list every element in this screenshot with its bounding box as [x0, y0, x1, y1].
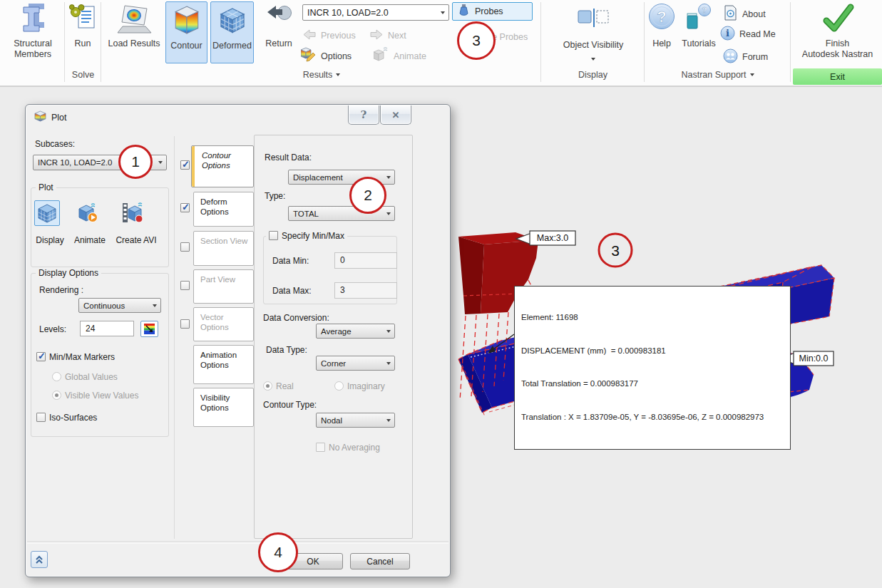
- load-results-icon: [104, 1, 164, 38]
- imaginary-radio[interactable]: [334, 381, 344, 391]
- max-marker-label: Max:3.0: [537, 233, 569, 243]
- dialog-close-button[interactable]: ✕: [380, 105, 411, 125]
- subcases-label: Subcases:: [35, 139, 75, 149]
- levels-input[interactable]: [80, 321, 134, 336]
- cancel-button[interactable]: Cancel: [350, 553, 410, 569]
- levels-label: Levels:: [39, 324, 66, 334]
- contour-type-dropdown[interactable]: Nodal: [316, 413, 395, 428]
- tab-part-view[interactable]: Part View: [193, 269, 254, 304]
- help-button[interactable]: ? Help: [646, 1, 677, 49]
- section-view-checkbox[interactable]: [180, 242, 190, 252]
- ribbon-separator: [64, 2, 65, 82]
- data-type-label: Data Type:: [266, 345, 307, 355]
- plot-create-avi-button[interactable]: [120, 200, 146, 226]
- double-chevron-up-icon: [34, 555, 44, 564]
- chevron-down-icon: [383, 170, 394, 184]
- return-button[interactable]: Return: [258, 1, 299, 49]
- plot-dialog: Plot ? ✕ Subcases: INCR 10, LOAD=2.0 Plo…: [25, 104, 451, 577]
- contour-label: Contour: [166, 41, 207, 51]
- read-me-button[interactable]: i Read Me: [720, 26, 776, 43]
- group-label-display: Display: [542, 70, 644, 80]
- result-data-label: Result Data:: [265, 153, 312, 163]
- plot-animate-label: Animate: [70, 235, 110, 245]
- annotation-step-4: 4: [258, 532, 298, 572]
- finish-label-line2: Autodesk Nastran: [793, 49, 882, 60]
- structural-members-icon: [3, 1, 63, 38]
- vector-options-checkbox[interactable]: [180, 319, 190, 329]
- annotation-step-2: 2: [349, 177, 386, 214]
- svg-text:i: i: [726, 28, 729, 38]
- contour-icon: [166, 4, 207, 41]
- plot-animate-button[interactable]: [76, 200, 101, 226]
- finish-autodesk-nastran-button[interactable]: Finish Autodesk Nastran: [793, 1, 882, 60]
- animate-label: Animate: [394, 51, 426, 61]
- specify-minmax-toggle[interactable]: Specify Min/Max: [266, 231, 347, 241]
- color-palette-button[interactable]: [140, 321, 158, 337]
- animate-icon: [374, 47, 389, 65]
- tutorials-label: Tutorials: [677, 38, 720, 49]
- real-radio[interactable]: [263, 381, 272, 391]
- data-type-dropdown[interactable]: Corner: [316, 356, 395, 371]
- previous-button[interactable]: Previous: [302, 29, 356, 42]
- chevron-down-icon: [383, 356, 394, 370]
- ribbon-separator: [790, 2, 791, 82]
- tab-vector-options[interactable]: Vector Options: [193, 307, 254, 341]
- subcase-selector-dropdown[interactable]: INCR 10, LOAD=2.0: [302, 4, 449, 21]
- about-button[interactable]: About: [723, 4, 766, 24]
- plot-group: Plot: [31, 187, 169, 267]
- dialog-titlebar[interactable]: Plot: [34, 110, 67, 124]
- plot-display-button[interactable]: [34, 200, 60, 226]
- results-animate-button[interactable]: Animate: [374, 47, 426, 65]
- no-averaging-checkbox[interactable]: [316, 443, 325, 452]
- collapse-dialog-button[interactable]: [31, 551, 48, 568]
- plot-group-label: Plot: [36, 182, 56, 192]
- deformed-button[interactable]: Deformed: [210, 1, 254, 63]
- annotation-step-1: 1: [118, 145, 153, 179]
- data-conversion-dropdown[interactable]: Average: [316, 324, 395, 339]
- run-button[interactable]: Run: [66, 1, 99, 49]
- options-icon: [301, 47, 317, 65]
- tab-section-view[interactable]: Section View: [193, 231, 254, 266]
- chevron-down-icon: [543, 53, 643, 63]
- group-label-nastran-support[interactable]: Nastran Support: [645, 70, 790, 80]
- global-values-radio[interactable]: [52, 372, 61, 381]
- contour-button[interactable]: Contour: [165, 1, 207, 63]
- visible-view-values-radio[interactable]: [52, 391, 61, 400]
- specify-minmax-checkbox[interactable]: [269, 231, 278, 240]
- tab-animation-options[interactable]: Animation Options: [193, 345, 254, 384]
- chevron-down-icon: [750, 73, 754, 76]
- contour-options-checkbox[interactable]: [180, 160, 190, 170]
- ribbon-separator: [644, 2, 645, 82]
- run-icon: [66, 1, 99, 38]
- tab-deform-options[interactable]: Deform Options: [193, 192, 254, 227]
- tab-visibility-options[interactable]: Visibility Options: [193, 388, 254, 427]
- display-options-label: Display Options: [36, 268, 101, 278]
- rendering-dropdown[interactable]: Continuous: [78, 298, 161, 313]
- chevron-down-icon: [336, 73, 340, 76]
- close-icon: ✕: [392, 110, 400, 120]
- forum-button[interactable]: Forum: [723, 48, 768, 66]
- data-min-label: Data Min:: [272, 256, 309, 266]
- specify-minmax-group: Specify Min/Max Data Min: 0 Data Max: 3: [263, 236, 397, 304]
- tutorials-button[interactable]: ? Tutorials: [677, 1, 720, 49]
- next-button[interactable]: Next: [369, 29, 406, 42]
- group-label-solve: Solve: [66, 70, 101, 80]
- part-view-checkbox[interactable]: [180, 281, 190, 290]
- object-visibility-button[interactable]: Object Visibility: [543, 1, 643, 63]
- results-options-button[interactable]: Options: [301, 47, 352, 65]
- plot-display-label: Display: [30, 235, 70, 245]
- tab-contour-options[interactable]: Contour Options: [191, 145, 254, 187]
- contour-type-value: Nodal: [317, 413, 383, 427]
- probes-button[interactable]: Probes: [452, 2, 533, 21]
- load-results-button[interactable]: Load Results: [104, 1, 164, 49]
- forum-label: Forum: [742, 52, 768, 62]
- deform-options-checkbox[interactable]: [180, 203, 190, 212]
- data-min-input[interactable]: 0: [334, 252, 397, 269]
- dialog-help-button[interactable]: ?: [348, 105, 379, 125]
- structural-members-button[interactable]: Structural Members: [3, 1, 63, 60]
- group-label-results[interactable]: Results: [103, 70, 540, 80]
- minmax-markers-checkbox[interactable]: [36, 352, 46, 361]
- dialog-footer-separator: [27, 541, 448, 544]
- data-max-input[interactable]: 3: [334, 282, 397, 299]
- iso-surfaces-checkbox[interactable]: [36, 413, 46, 422]
